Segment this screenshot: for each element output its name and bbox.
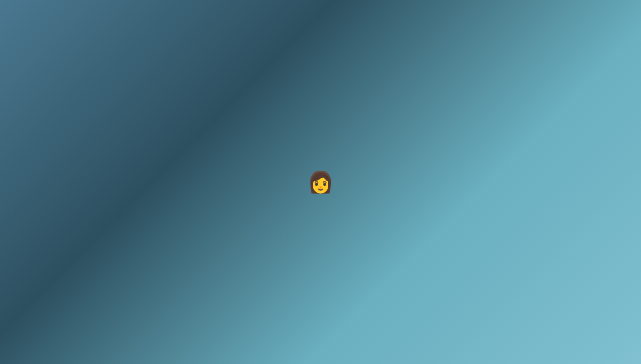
gallery-item-portrait2[interactable]: 👩 [500,300,628,364]
gallery-col-4: 🥷 🐱 👩 [500,28,628,364]
main-content: Community Showcase Recent Top [88,0,641,364]
gallery-container[interactable]: 🧚 [88,28,641,364]
gallery-grid: 🧚 [101,28,628,364]
